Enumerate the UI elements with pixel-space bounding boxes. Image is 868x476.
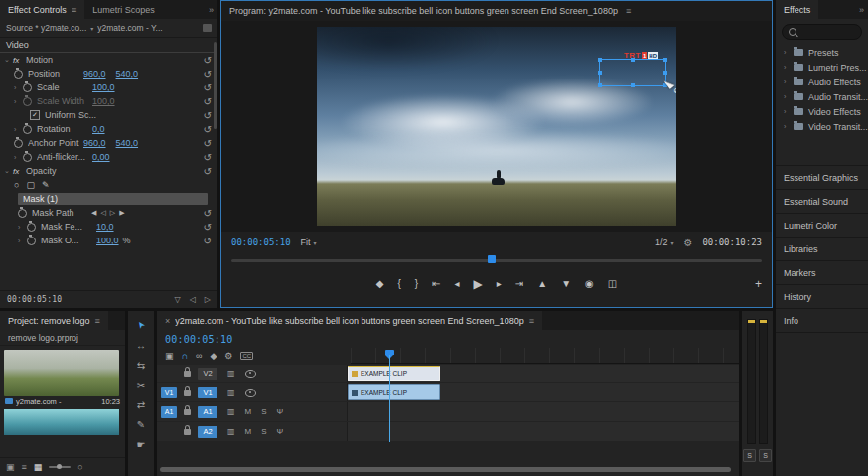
effects-tree-item-video-effects[interactable]: › Video Effects (776, 104, 868, 119)
next-keyframe-icon[interactable]: ▷ (205, 295, 211, 304)
chevron-right-icon[interactable]: › (784, 108, 791, 115)
track-target-a2[interactable]: A2 (198, 426, 217, 438)
reset-effect-icon[interactable]: ↺ (204, 166, 212, 177)
pen-tool-button[interactable]: ✎ (128, 414, 154, 434)
pen-mask-tool-icon[interactable]: ✎ (42, 180, 50, 190)
uniform-scale-checkbox[interactable]: ✓ (30, 110, 40, 120)
mask-opacity-value[interactable]: 100,0 (96, 236, 119, 245)
mark-in-button[interactable]: { (397, 279, 400, 289)
chevron-down-icon[interactable]: ⌄ (4, 56, 13, 64)
fit-dropdown[interactable]: Fit ▾ (301, 238, 317, 247)
reset-parameter-icon[interactable]: ↺ (204, 236, 212, 246)
mask-feather-value[interactable]: 10,0 (96, 222, 114, 232)
stopwatch-icon[interactable] (23, 125, 32, 134)
tab-effect-controls[interactable]: Effect Controls ≡ (0, 0, 84, 19)
track-lock-icon[interactable] (184, 390, 191, 396)
mask-handle[interactable] (631, 58, 635, 62)
solo-button[interactable]: S (261, 427, 266, 436)
stopwatch-icon[interactable] (23, 83, 32, 92)
position-x-value[interactable]: 960,0 (83, 69, 106, 79)
chevron-down-icon[interactable]: ▾ (90, 25, 93, 32)
button-editor-button[interactable]: + (755, 277, 762, 291)
chevron-right-icon[interactable]: › (784, 79, 791, 85)
add-marker-button[interactable]: ◆ (376, 279, 384, 289)
stopwatch-icon[interactable] (23, 153, 32, 162)
panel-menu-icon[interactable]: ≡ (72, 5, 76, 15)
mask-handle[interactable] (663, 58, 667, 62)
scale-value[interactable]: 100,0 (92, 82, 115, 92)
stopwatch-icon[interactable] (14, 139, 23, 148)
chevron-right-icon[interactable]: › (18, 224, 27, 231)
track-lock-icon[interactable] (184, 371, 191, 377)
linked-selection-icon[interactable]: ∞ (196, 351, 202, 361)
anchor-y-value[interactable]: 540,0 (116, 138, 139, 148)
program-current-timecode[interactable]: 00:00:05:10 (231, 238, 291, 247)
selection-tool-button[interactable]: ➤ (128, 315, 154, 335)
playhead-handle[interactable] (488, 255, 496, 263)
panel-header-markers[interactable]: Markers (776, 260, 868, 284)
sort-icons-icon[interactable]: ○ (77, 462, 82, 472)
mask-1-item[interactable]: Mask (1) (18, 193, 208, 205)
program-scrubber[interactable] (231, 253, 762, 267)
previous-keyframe-icon[interactable]: ◁ (190, 295, 196, 304)
mask-handle[interactable] (598, 83, 602, 87)
mask-handle[interactable] (598, 58, 602, 62)
reset-parameter-icon[interactable]: ↺ (204, 124, 212, 135)
voiceover-mic-icon[interactable]: Ψ (277, 427, 284, 436)
clip-thumbnail-2[interactable] (4, 409, 119, 435)
reset-parameter-icon[interactable]: ↺ (204, 138, 212, 149)
reset-parameter-icon[interactable]: ↺ (204, 222, 212, 233)
track-target-v2[interactable]: V2 (198, 368, 217, 380)
panel-menu-icon[interactable]: ≡ (529, 316, 534, 326)
panel-header-history[interactable]: History (776, 284, 868, 308)
track-lock-icon[interactable] (184, 429, 191, 435)
tab-project[interactable]: Project: remove logo ≡ (0, 311, 108, 330)
current-timecode[interactable]: 00:00:05:10 (7, 295, 62, 304)
vertical-scrollbar[interactable] (214, 42, 217, 129)
stopwatch-icon[interactable] (14, 70, 23, 79)
go-to-out-button[interactable]: ⇥ (515, 279, 523, 289)
sync-lock-icon[interactable]: ▥ (227, 369, 235, 378)
solo-button[interactable]: S (261, 407, 266, 416)
source-assign-v1[interactable]: V1 (161, 387, 177, 398)
chevron-right-icon[interactable]: › (784, 49, 791, 56)
panel-overflow-icon[interactable]: » (209, 0, 214, 19)
mask-handle[interactable] (631, 83, 635, 87)
voiceover-mic-icon[interactable]: Ψ (277, 407, 284, 416)
close-icon[interactable]: × (165, 316, 170, 326)
timeline-horizontal-scrollbar[interactable] (160, 467, 731, 472)
comparison-view-button[interactable]: ◫ (608, 279, 617, 289)
list-view-icon[interactable]: ≡ (22, 462, 27, 472)
track-mask-back-one-icon[interactable]: ◁ (100, 209, 105, 217)
fx-badge-icon[interactable]: fx (13, 56, 26, 65)
program-panel-header[interactable]: Program: y2mate.com - YouTube like subsc… (221, 1, 772, 21)
chevron-right-icon[interactable]: › (18, 238, 27, 244)
play-button[interactable]: ▶ (474, 278, 483, 290)
sync-lock-icon[interactable]: ▥ (227, 388, 235, 397)
mask-handle[interactable] (663, 71, 667, 75)
clip-v2-example[interactable]: EXAMPLE CLIP (348, 366, 440, 381)
project-readonly-icon[interactable]: ▣ (6, 462, 15, 472)
anchor-x-value[interactable]: 960,0 (83, 138, 106, 148)
track-mask-forward-icon[interactable]: ▶ (119, 209, 124, 217)
snap-toggle-icon[interactable]: ∩ (182, 351, 188, 361)
track-lane-a2[interactable] (347, 422, 739, 441)
go-to-in-button[interactable]: ⇤ (432, 279, 440, 289)
stopwatch-icon[interactable] (27, 237, 36, 245)
track-lane-v2[interactable]: EXAMPLE CLIP (347, 365, 739, 382)
opacity-effect-row[interactable]: ⌄ fx Opacity ↺ (0, 164, 217, 178)
ellipse-mask-tool-icon[interactable]: ○ (14, 180, 19, 190)
motion-effect-row[interactable]: ⌄ fx Motion ↺ (0, 53, 217, 67)
panel-header-info[interactable]: Info (776, 308, 868, 333)
track-lock-icon[interactable] (184, 409, 191, 415)
filter-properties-icon[interactable]: ▽ (175, 295, 181, 304)
effects-tree-item-audio-transitions[interactable]: › Audio Transit... (776, 89, 868, 104)
slip-tool-button[interactable]: ⇄ (128, 395, 154, 414)
clip-v1-example[interactable]: EXAMPLE CLIP (348, 384, 440, 400)
panel-header-lumetri-color[interactable]: Lumetri Color (776, 213, 868, 237)
resolution-dropdown[interactable]: 1/2 ▾ (655, 238, 674, 247)
chevron-right-icon[interactable]: › (784, 123, 791, 130)
rectangle-mask-tool-icon[interactable]: ▢ (26, 180, 35, 190)
reset-parameter-icon[interactable]: ↺ (204, 69, 212, 79)
reset-parameter-icon[interactable]: ↺ (204, 110, 212, 121)
